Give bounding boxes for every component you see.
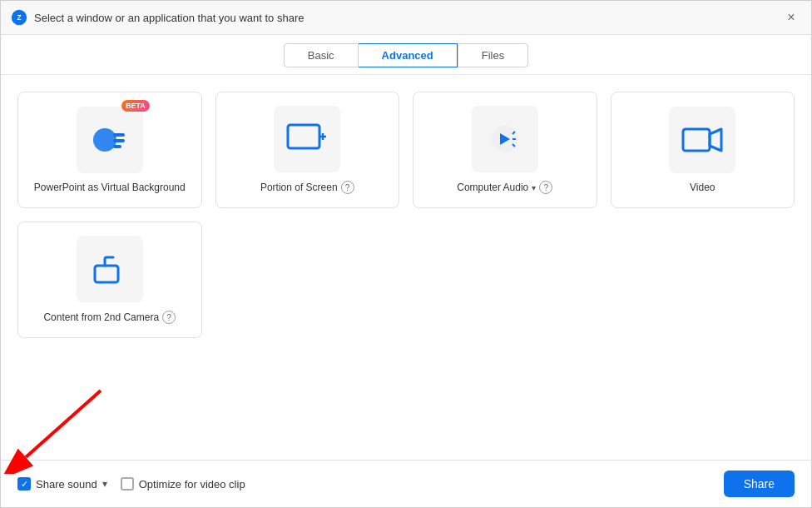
computer-audio-label: Computer Audio ▾ ?: [457, 181, 552, 194]
window-title: Select a window or an application that y…: [34, 12, 304, 24]
main-window: Z Select a window or an application that…: [0, 0, 812, 508]
content-area: BETA PowerPoint as Virtual Background: [1, 75, 811, 460]
powerpoint-icon-container: BETA: [77, 107, 143, 173]
portion-screen-help[interactable]: ?: [341, 181, 354, 194]
title-bar: Z Select a window or an application that…: [1, 1, 811, 35]
share-sound-label: Share sound: [36, 478, 97, 491]
card-camera[interactable]: Content from 2nd Camera ?: [17, 222, 202, 338]
cards-grid-row1: BETA PowerPoint as Virtual Background: [17, 92, 795, 208]
bottom-left: Share sound ▾ Optimize for video clip: [17, 477, 245, 491]
bottom-bar: Share sound ▾ Optimize for video clip Sh…: [1, 460, 811, 507]
share-sound-checkbox[interactable]: [17, 477, 31, 491]
cards-grid-row2: Content from 2nd Camera ?: [17, 222, 795, 338]
card-computer-audio[interactable]: Computer Audio ▾ ?: [413, 92, 597, 208]
svg-point-2: [93, 128, 116, 152]
portion-screen-icon-container: [274, 106, 340, 172]
svg-rect-14: [683, 129, 710, 151]
share-sound-group: Share sound ▾: [17, 477, 107, 491]
optimize-video-group: Optimize for video clip: [121, 477, 245, 491]
svg-rect-5: [113, 145, 121, 148]
computer-audio-icon: [485, 122, 525, 157]
svg-rect-6: [288, 125, 319, 148]
camera-icon-container: [77, 236, 143, 302]
video-label: Video: [690, 182, 715, 193]
optimize-video-checkbox[interactable]: [121, 477, 134, 491]
tabs-bar: Basic Advanced Files: [1, 35, 811, 75]
svg-marker-15: [710, 129, 721, 151]
tab-advanced[interactable]: Advanced: [359, 43, 458, 67]
card-video[interactable]: Video: [611, 92, 795, 208]
share-sound-chevron[interactable]: ▾: [102, 478, 107, 490]
card-portion-screen[interactable]: Portion of Screen ?: [215, 92, 400, 208]
svg-rect-3: [113, 133, 125, 137]
powerpoint-icon: [90, 123, 130, 157]
tab-files[interactable]: Files: [458, 43, 528, 67]
portion-screen-label: Portion of Screen ?: [260, 181, 354, 194]
tab-basic[interactable]: Basic: [284, 43, 359, 67]
computer-audio-icon-container: [472, 106, 538, 172]
beta-badge: BETA: [121, 100, 150, 112]
camera-label: Content from 2nd Camera ?: [43, 311, 176, 324]
title-bar-left: Z Select a window or an application that…: [11, 9, 304, 26]
optimize-video-label: Optimize for video clip: [139, 478, 245, 491]
camera-help[interactable]: ?: [162, 311, 176, 324]
video-icon-container: [669, 107, 735, 173]
portion-screen-icon: [285, 122, 329, 157]
svg-rect-16: [95, 266, 118, 282]
computer-audio-help[interactable]: ?: [539, 181, 552, 194]
share-button[interactable]: Share: [724, 471, 795, 497]
card-powerpoint[interactable]: BETA PowerPoint as Virtual Background: [17, 92, 202, 208]
video-icon: [680, 122, 725, 157]
svg-rect-4: [113, 139, 125, 142]
camera-icon: [88, 251, 131, 287]
svg-text:Z: Z: [17, 13, 21, 22]
zoom-logo-icon: Z: [11, 9, 27, 26]
computer-audio-chevron[interactable]: ▾: [532, 183, 536, 192]
close-button[interactable]: ×: [781, 7, 801, 27]
powerpoint-label: PowerPoint as Virtual Background: [34, 182, 186, 193]
